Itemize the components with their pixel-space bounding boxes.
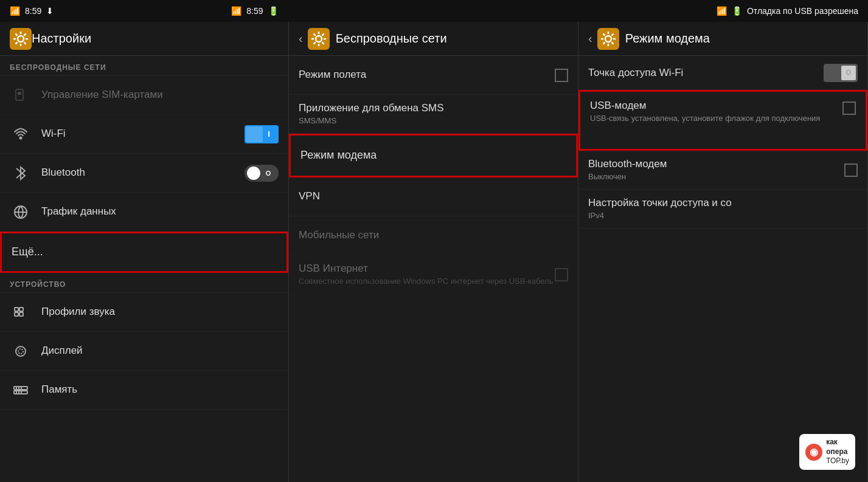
display-title: Дисплей	[41, 344, 279, 357]
sidebar-item-data-traffic[interactable]: Трафик данных	[0, 193, 288, 232]
usb-modem-subtitle: USB-связь установлена, установите флажок…	[590, 114, 842, 124]
svg-rect-11	[18, 92, 21, 95]
wireless-gear-icon	[308, 28, 330, 50]
sms-app-content: Приложение для обмена SMS SMS/MMS	[299, 102, 568, 126]
sound-title: Профили звука	[41, 305, 279, 318]
svg-rect-38	[597, 28, 619, 50]
back-icon-wireless: ‹	[299, 32, 303, 46]
usb-modem-title: USB-модем	[590, 99, 842, 112]
item-mobile-networks: Мобильные сети	[289, 216, 578, 255]
panel-wireless-header: ‹ Беспроводные сети	[289, 22, 578, 56]
watermark-icon: ◉	[805, 444, 822, 461]
hotspot-settings-title: Настройка точки доступа и со	[588, 196, 858, 210]
svg-point-19	[18, 349, 23, 354]
download-icon: ⬇	[46, 6, 54, 16]
section-device-header: УСТРОЙСТВО	[0, 273, 288, 293]
time-center: 8:59	[246, 6, 263, 16]
sim-content: Управление SIM-картами	[41, 88, 279, 102]
usb-internet-checkbox	[555, 268, 568, 281]
item-modem-mode[interactable]: Режим модема	[289, 134, 578, 177]
sms-app-title: Приложение для обмена SMS	[299, 102, 568, 115]
data-traffic-title: Трафик данных	[41, 205, 279, 218]
wifi-access-toggle[interactable]: O	[824, 64, 858, 82]
svg-rect-17	[19, 312, 23, 316]
sidebar-item-display[interactable]: Дисплей	[0, 332, 288, 371]
hotspot-settings-subtitle: IPv4	[588, 211, 858, 221]
svg-rect-0	[10, 28, 32, 50]
sidebar-item-memory[interactable]: Память	[0, 371, 288, 410]
battery-icon-right: 🔋	[732, 6, 742, 16]
vpn-content: VPN	[299, 190, 568, 203]
watermark-text: какопераТОР.by	[826, 438, 849, 466]
usb-modem-checkbox[interactable]	[842, 102, 856, 115]
item-usb-internet: USB Интернет Совместное использование Wi…	[289, 255, 578, 294]
section-wireless-header: БЕСПРОВОДНЫЕ СЕТИ	[0, 56, 288, 76]
usb-internet-subtitle: Совместное использование Windows PC инте…	[299, 277, 555, 287]
bluetooth-toggle[interactable]: O	[245, 165, 279, 182]
wifi-icon	[10, 123, 32, 145]
watermark: ◉ какопераТОР.by	[799, 434, 855, 470]
bluetooth-modem-title: Bluetooth-модем	[588, 157, 844, 171]
wifi-icon-center: 📶	[231, 6, 241, 16]
display-content: Дисплей	[41, 344, 279, 357]
wifi-toggle[interactable]: I	[245, 125, 279, 143]
data-traffic-content: Трафик данных	[41, 205, 279, 218]
panel-modem-header: ‹ Режим модема	[578, 22, 867, 56]
status-left: 📶 8:59 ⬇	[10, 6, 54, 16]
panel-modem-title: Режим модема	[625, 32, 710, 46]
wifi-title: Wi-Fi	[41, 127, 245, 140]
vpn-title: VPN	[299, 190, 568, 203]
item-usb-modem[interactable]: USB-модем USB-связь установлена, установ…	[578, 90, 867, 151]
bluetooth-content: Bluetooth	[41, 166, 245, 179]
sim-icon	[10, 84, 32, 106]
battery-icon-center: 🔋	[268, 6, 279, 16]
panel-modem: ‹ Режим модема Точка доступа Wi-Fi	[578, 22, 868, 482]
status-right: 📶 🔋 Отладка по USB разрешена	[456, 6, 858, 16]
flight-mode-title: Режим полета	[299, 68, 555, 81]
hotspot-settings-content: Настройка точки доступа и со IPv4	[588, 196, 858, 221]
bluetooth-modem-checkbox[interactable]	[844, 164, 858, 177]
panel-wireless: ‹ Беспроводные сети Режим	[289, 22, 578, 482]
sidebar-item-sound[interactable]: Профили звука	[0, 293, 288, 332]
sidebar-item-wifi[interactable]: Wi-Fi I	[0, 115, 288, 154]
flight-mode-content: Режим полета	[299, 68, 555, 81]
sms-app-subtitle: SMS/MMS	[299, 116, 568, 126]
item-flight-mode[interactable]: Режим полета	[289, 56, 578, 95]
memory-content: Память	[41, 383, 279, 396]
item-bluetooth-modem[interactable]: Bluetooth-модем Выключен	[578, 151, 867, 190]
back-icon-modem: ‹	[588, 32, 592, 46]
more-content: Ещё...	[12, 245, 277, 259]
mobile-networks-title: Мобильные сети	[299, 229, 568, 242]
sound-content: Профили звука	[41, 305, 279, 318]
item-vpn[interactable]: VPN	[289, 177, 578, 216]
sidebar-item-more[interactable]: Ещё...	[0, 232, 288, 273]
display-icon	[10, 340, 32, 362]
modem-mode-title: Режим модема	[300, 148, 566, 162]
item-sms-app[interactable]: Приложение для обмена SMS SMS/MMS	[289, 95, 578, 134]
time-left: 8:59	[25, 6, 41, 16]
wifi-icon-left: 📶	[10, 6, 20, 16]
bluetooth-title: Bluetooth	[41, 166, 245, 179]
usb-debug-text: Отладка по USB разрешена	[747, 6, 858, 16]
sidebar-item-bluetooth[interactable]: Bluetooth O	[0, 154, 288, 193]
panel-wireless-title: Беспроводные сети	[336, 32, 447, 46]
more-title: Ещё...	[12, 245, 277, 259]
panel-settings-header: Настройки	[0, 22, 288, 56]
sidebar-item-sim[interactable]: Управление SIM-картами	[0, 76, 288, 115]
data-traffic-icon	[10, 201, 32, 223]
svg-rect-16	[19, 308, 23, 311]
wifi-content: Wi-Fi	[41, 127, 245, 140]
status-bar: 📶 8:59 ⬇ 📶 8:59 🔋 📶 🔋 Отладка по USB раз…	[0, 0, 868, 22]
usb-modem-content: USB-модем USB-связь установлена, установ…	[590, 99, 842, 124]
wifi-icon-right: 📶	[717, 6, 727, 16]
bluetooth-modem-content: Bluetooth-модем Выключен	[588, 157, 844, 182]
wifi-access-knob: O	[841, 66, 856, 80]
wifi-access-row[interactable]: Точка доступа Wi-Fi O	[578, 56, 867, 90]
usb-internet-content: USB Интернет Совместное использование Wi…	[299, 262, 555, 287]
bluetooth-icon	[10, 162, 32, 184]
svg-point-12	[20, 137, 22, 139]
item-hotspot-settings[interactable]: Настройка точки доступа и со IPv4	[578, 190, 867, 229]
flight-mode-checkbox[interactable]	[555, 69, 568, 82]
settings-gear-icon	[10, 28, 32, 50]
sim-title: Управление SIM-картами	[41, 88, 279, 102]
